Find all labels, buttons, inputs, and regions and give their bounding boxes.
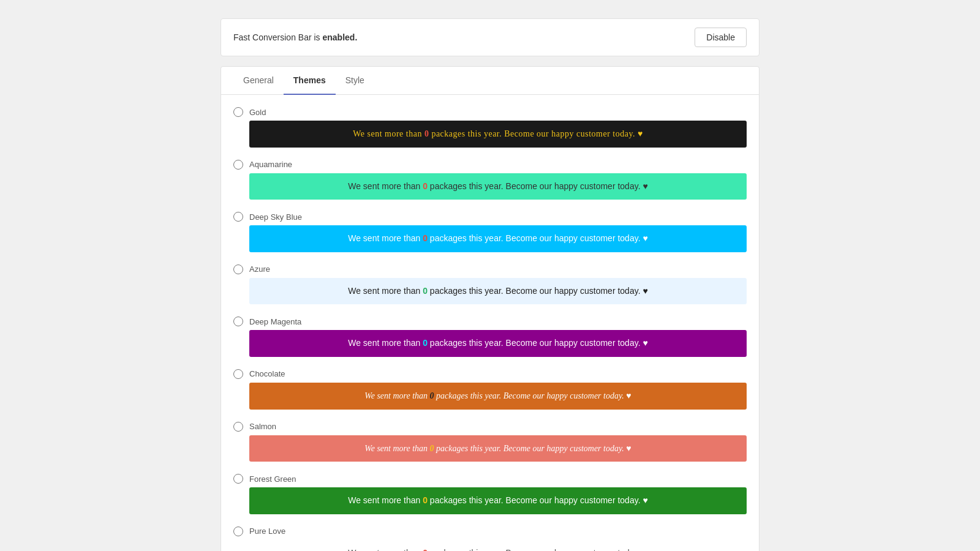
bar-text-after: packages this year. Become our happy cus… [428,233,648,243]
theme-bar-deep-sky-blue[interactable]: We sent more than 0 packages this year. … [249,225,747,252]
status-bar: Fast Conversion Bar is enabled. Disable [221,18,760,56]
theme-label-text-aquamarine: Aquamarine [249,160,292,169]
theme-item-forest-green: Forest GreenWe sent more than 0 packages… [233,474,747,514]
bar-number: 0 [423,338,428,348]
bar-text-after: packages this year. Become our happy cus… [428,495,648,505]
bar-text-before: We sent more than [348,338,423,348]
bar-text-before: We sent more than [348,181,423,191]
theme-label-chocolate: Chocolate [233,369,747,379]
bar-text-after: packages this year. Become our happy cus… [434,391,631,400]
theme-label-pure-love: Pure Love [233,527,747,536]
theme-label-aquamarine: Aquamarine [233,160,747,170]
bar-text-before: We sent more than [353,129,424,138]
theme-bar-deep-magenta[interactable]: We sent more than 0 packages this year. … [249,330,747,357]
theme-label-deep-magenta: Deep Magenta [233,317,747,326]
theme-radio-azure[interactable] [233,264,243,274]
bar-text-after: packages this year. Become our happy cus… [428,181,648,191]
bar-text-after: packages this year. Become our happy cus… [434,444,631,453]
theme-bar-salmon[interactable]: We sent more than 0 packages this year. … [249,435,747,462]
theme-radio-salmon[interactable] [233,422,243,432]
disable-button[interactable]: Disable [695,28,747,47]
tabs-container: General Themes Style [221,67,759,95]
bar-number: 0 [430,444,434,453]
tab-style[interactable]: Style [336,67,374,95]
bar-text-after: packages this year. Become our happy cus… [428,548,648,551]
theme-bar-gold[interactable]: We sent more than 0 packages this year. … [249,121,747,148]
theme-item-chocolate: ChocolateWe sent more than 0 packages th… [233,369,747,410]
theme-bar-pure-love[interactable]: We sent more than 0 packages this year. … [249,540,747,551]
theme-label-salmon: Salmon [233,422,747,432]
theme-item-deep-magenta: Deep MagentaWe sent more than 0 packages… [233,317,747,357]
theme-label-text-forest-green: Forest Green [249,474,296,484]
bar-number: 0 [423,548,428,551]
themes-content: GoldWe sent more than 0 packages this ye… [221,95,759,551]
main-container: Fast Conversion Bar is enabled. Disable … [221,18,760,551]
panel: General Themes Style GoldWe sent more th… [221,66,760,551]
bar-number: 0 [423,181,428,191]
theme-item-deep-sky-blue: Deep Sky BlueWe sent more than 0 package… [233,212,747,252]
theme-radio-aquamarine[interactable] [233,160,243,170]
theme-label-text-chocolate: Chocolate [249,369,285,378]
tab-themes[interactable]: Themes [284,67,336,95]
bar-text-before: We sent more than [348,495,423,505]
theme-label-forest-green: Forest Green [233,474,747,484]
theme-bar-azure[interactable]: We sent more than 0 packages this year. … [249,278,747,305]
theme-label-text-deep-magenta: Deep Magenta [249,317,301,326]
theme-item-aquamarine: AquamarineWe sent more than 0 packages t… [233,160,747,200]
theme-label-text-pure-love: Pure Love [249,527,285,536]
theme-label-azure: Azure [233,264,747,274]
status-text: Fast Conversion Bar is enabled. [233,32,357,42]
bar-text-after: packages this year. Become our happy cus… [429,129,643,138]
status-enabled: enabled. [323,32,358,42]
theme-label-text-azure: Azure [249,264,270,274]
theme-bar-chocolate[interactable]: We sent more than 0 packages this year. … [249,383,747,410]
theme-item-pure-love: Pure LoveWe sent more than 0 packages th… [233,527,747,551]
theme-bar-forest-green[interactable]: We sent more than 0 packages this year. … [249,487,747,514]
bar-text-after: packages this year. Become our happy cus… [428,338,648,348]
bar-number: 0 [423,495,428,505]
theme-label-gold: Gold [233,107,747,117]
theme-label-deep-sky-blue: Deep Sky Blue [233,212,747,222]
bar-text-before: We sent more than [348,286,423,296]
theme-label-text-gold: Gold [249,108,266,117]
bar-number: 0 [423,233,428,243]
theme-item-azure: AzureWe sent more than 0 packages this y… [233,264,747,305]
bar-number: 0 [430,391,434,400]
theme-radio-chocolate[interactable] [233,369,243,379]
bar-number: 0 [423,286,428,296]
bar-text-before: We sent more than [364,444,429,453]
theme-radio-deep-magenta[interactable] [233,317,243,326]
theme-label-text-deep-sky-blue: Deep Sky Blue [249,212,302,222]
tab-general[interactable]: General [233,67,284,95]
theme-radio-forest-green[interactable] [233,474,243,484]
theme-item-gold: GoldWe sent more than 0 packages this ye… [233,107,747,148]
theme-radio-deep-sky-blue[interactable] [233,212,243,222]
bar-text-before: We sent more than [364,391,429,400]
theme-label-text-salmon: Salmon [249,422,276,431]
theme-radio-gold[interactable] [233,107,243,117]
bar-text-after: packages this year. Become our happy cus… [428,286,648,296]
bar-text-before: We sent more than [348,233,423,243]
bar-text-before: We sent more than [348,548,423,551]
theme-bar-aquamarine[interactable]: We sent more than 0 packages this year. … [249,173,747,200]
theme-item-salmon: SalmonWe sent more than 0 packages this … [233,422,747,462]
theme-radio-pure-love[interactable] [233,527,243,536]
